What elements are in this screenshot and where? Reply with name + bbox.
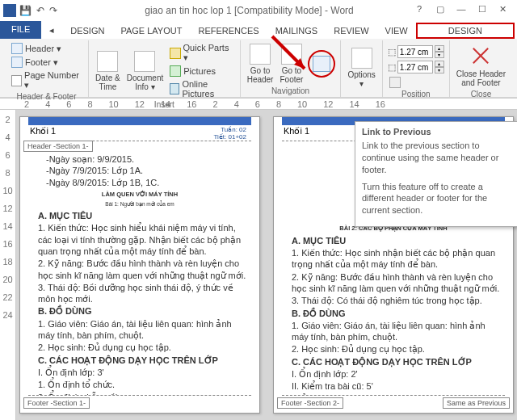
insert-alignment-tab-button[interactable] — [388, 76, 444, 89]
spin-down[interactable]: ▾ — [435, 67, 444, 74]
page-number-icon — [11, 75, 22, 86]
maximize-button[interactable]: ☐ — [472, 2, 493, 19]
online-pictures-button[interactable]: Online Pictures — [168, 78, 234, 99]
footer-section-tag: Footer -Section 2- — [277, 397, 343, 409]
goto-footer-button[interactable]: Go to Footer — [278, 42, 305, 86]
footer-button[interactable]: Footer ▾ — [10, 56, 83, 69]
tab-file[interactable]: FILE — [0, 21, 41, 39]
tab-scroll-left[interactable]: ◂ — [41, 22, 62, 39]
word-icon — [3, 4, 16, 17]
footer-icon — [11, 57, 23, 68]
goto-header-button[interactable]: Go to Header — [246, 42, 275, 86]
same-as-previous-tag: Same as Previous — [443, 397, 510, 409]
tab-view[interactable]: VIEW — [377, 23, 416, 39]
qat-save-icon[interactable]: 💾 — [19, 5, 32, 16]
online-pictures-icon — [170, 83, 179, 94]
options-icon — [351, 48, 372, 69]
window-title: giao an tin hoc lop 1 [Compatibility Mod… — [145, 5, 354, 16]
close-header-footer-button[interactable]: Close Header and Footer — [455, 42, 507, 89]
page-1[interactable]: Khối 1Tuần: 02 Tiết: 01+02 Header -Secti… — [19, 116, 260, 414]
footer-from-bottom-input[interactable] — [397, 61, 433, 74]
page-1-header[interactable]: Khối 1Tuần: 02 Tiết: 01+02 Header -Secti… — [28, 117, 251, 141]
link-to-previous-icon — [313, 56, 330, 72]
calendar-icon — [97, 51, 118, 72]
tab-header-footer-design[interactable]: DESIGN — [416, 23, 515, 39]
goto-footer-icon — [281, 44, 302, 65]
ribbon: Header ▾ Footer ▾ Page Number ▾ Header &… — [0, 39, 517, 98]
header-from-top-input[interactable] — [397, 45, 433, 58]
page-number-button[interactable]: Page Number ▾ — [10, 69, 83, 91]
group-close: Close — [455, 89, 507, 99]
document-area[interactable]: 24681012141618202224 Khối 1Tuần: 02 Tiết… — [0, 110, 517, 420]
page-2[interactable]: Link to Previous Link to the previous se… — [273, 116, 514, 414]
tab-references[interactable]: REFERENCES — [190, 23, 267, 39]
tab-mailings[interactable]: MAILINGS — [267, 23, 326, 39]
ribbon-tabs: FILE ◂ DESIGN PAGE LAYOUT REFERENCES MAI… — [0, 21, 517, 39]
minimize-button[interactable]: — — [451, 2, 472, 19]
margin-bottom-icon: ⬚ — [388, 62, 396, 73]
spin-up[interactable]: ▴ — [435, 61, 444, 67]
close-button[interactable]: ✕ — [493, 2, 514, 19]
vertical-ruler[interactable]: 24681012141618202224 — [0, 110, 16, 420]
group-options — [346, 94, 376, 95]
qat-redo-icon[interactable]: ↷ — [49, 5, 57, 16]
ribbon-options-button[interactable]: ▢ — [430, 2, 451, 19]
options-button[interactable]: Options ▾ — [346, 42, 376, 94]
group-navigation: Navigation — [246, 86, 336, 96]
group-position: Position — [388, 89, 444, 99]
pictures-button[interactable]: Pictures — [168, 65, 234, 78]
page-2-footer[interactable]: Footer -Section 2- Same as Previous — [282, 395, 505, 413]
header-button[interactable]: Header ▾ — [10, 42, 83, 55]
document-info-button[interactable]: Document Info ▾ — [125, 42, 166, 99]
quick-access-toolbar: 💾 ↶ ↷ — [19, 5, 57, 16]
date-time-button[interactable]: Date & Time — [94, 42, 122, 99]
quick-parts-button[interactable]: Quick Parts ▾ — [168, 42, 234, 64]
footer-section-tag: Footer -Section 1- — [23, 397, 90, 409]
link-to-previous-button[interactable] — [308, 50, 335, 78]
qat-undo-icon[interactable]: ↶ — [36, 5, 44, 16]
header-icon — [11, 43, 23, 54]
page-1-footer[interactable]: Footer -Section 1- — [28, 395, 251, 413]
link-to-previous-tooltip: Link to Previous Link to the previous se… — [355, 121, 517, 227]
quick-parts-icon — [170, 48, 180, 59]
help-button[interactable]: ? — [409, 2, 430, 19]
margin-top-icon: ⬚ — [388, 47, 396, 57]
page-1-body[interactable]: -Ngày soạn: 9/9/2015. -Ngày 7/9/2015: Lớ… — [20, 141, 259, 395]
tab-page-layout[interactable]: PAGE LAYOUT — [112, 23, 190, 39]
header-section-tag: Header -Section 1- — [23, 141, 93, 152]
close-x-icon — [469, 44, 493, 68]
tab-design[interactable]: DESIGN — [62, 23, 112, 39]
tab-icon — [389, 77, 401, 88]
goto-header-icon — [250, 44, 271, 65]
info-icon — [134, 51, 155, 72]
spin-up[interactable]: ▴ — [435, 45, 444, 52]
spin-down[interactable]: ▾ — [435, 52, 444, 58]
pictures-icon — [170, 65, 181, 77]
tab-review[interactable]: REVIEW — [326, 23, 376, 39]
